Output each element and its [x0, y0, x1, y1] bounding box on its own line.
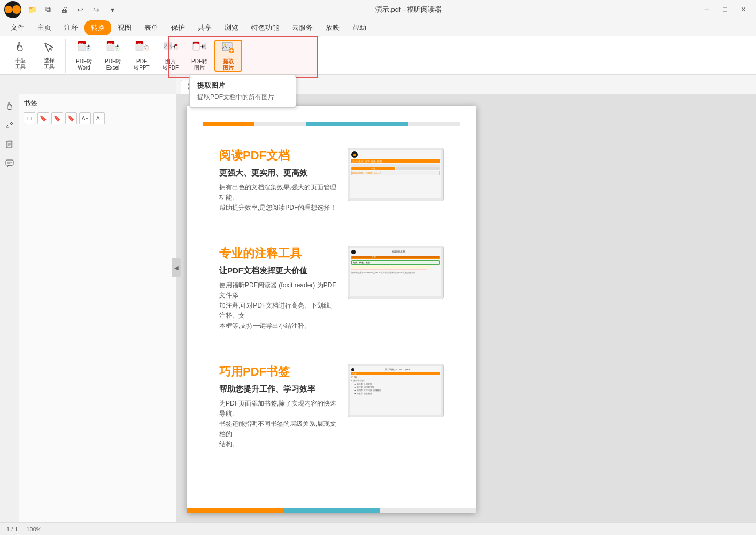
- pdf-to-image-icon: PDF: [192, 40, 207, 57]
- zoom-level: 100%: [26, 526, 41, 532]
- tooltip-popup: 提取图片 提取PDF文档中的所有图片: [189, 75, 296, 108]
- menu-present[interactable]: 放映: [319, 20, 346, 35]
- pdf-to-ppt-icon: PDF P: [134, 40, 149, 57]
- ribbon-group-tools: 手型 工具 选择 工具: [4, 39, 66, 73]
- svg-text:P: P: [145, 47, 147, 50]
- hand-icon: [14, 41, 27, 56]
- svg-text:PDF: PDF: [137, 42, 142, 45]
- maximize-button[interactable]: □: [716, 3, 734, 16]
- bookmark-toolbar: □ 🔖 🔖 🔖 A+ A-: [24, 112, 172, 124]
- menu-annotate[interactable]: 注释: [58, 20, 84, 35]
- bookmark-flag2-button[interactable]: 🔖: [51, 112, 63, 124]
- print-icon[interactable]: 🖨: [58, 3, 71, 16]
- close-button[interactable]: ✕: [735, 3, 752, 16]
- menu-help[interactable]: 帮助: [346, 20, 373, 35]
- customize-icon[interactable]: ▾: [106, 3, 119, 16]
- hand-tool-label: 手型 工具: [15, 57, 26, 70]
- pdf-to-excel-button[interactable]: PDF X PDF转 Excel: [99, 40, 127, 72]
- pdf-page: 文件 主页 注释 转换 视图 主页 Datasheet_Reader_CN...…: [187, 106, 476, 513]
- bookmark-size-up-button[interactable]: A+: [79, 112, 91, 124]
- pages-sidebar-icon[interactable]: [2, 137, 17, 152]
- pdf-to-ppt-label: PDF 转PPT: [134, 58, 149, 71]
- bookmark-flag3-button[interactable]: 🔖: [65, 112, 77, 124]
- menu-protect[interactable]: 保护: [165, 20, 191, 35]
- pdf-to-image-button[interactable]: PDF PDF转 图片: [186, 40, 213, 72]
- pdf-to-excel-label: PDF转 Excel: [105, 58, 121, 71]
- svg-text:W: W: [88, 47, 90, 50]
- page-info: 1 / 1: [6, 526, 18, 532]
- bookmark-flag-button[interactable]: 🔖: [37, 112, 49, 124]
- left-icon-panel: [0, 94, 19, 535]
- folder-icon[interactable]: 📁: [26, 3, 38, 16]
- sidebar-collapse-button[interactable]: ◀: [172, 258, 181, 277]
- svg-text:X: X: [117, 47, 118, 50]
- main-content-area: 文件 主页 注释 转换 视图 主页 Datasheet_Reader_CN...…: [176, 94, 756, 535]
- menu-browse[interactable]: 浏览: [218, 20, 245, 35]
- comment-sidebar-icon[interactable]: [2, 156, 17, 171]
- app-logo: [4, 1, 21, 18]
- pdf-section-annotate: 福昕阅读器 手型 免费、快速、安全 福昕阅读器(foxit reader)为PD…: [219, 246, 444, 332]
- annotate-screenshot: 福昕阅读器 手型 免费、快速、安全 福昕阅读器(foxit reader)为PD…: [348, 246, 444, 299]
- svg-text:PDF: PDF: [194, 42, 198, 44]
- svg-point-23: [204, 45, 205, 47]
- pdf-section-read: 文件 主页 注释 转换 视图 主页 Datasheet_Reader_CN...…: [219, 148, 444, 213]
- hand-sidebar-icon[interactable]: [2, 98, 17, 113]
- menu-share[interactable]: 共享: [191, 20, 218, 35]
- menu-cloud[interactable]: 云服务: [286, 20, 319, 35]
- bookmark-panel-title: 书签: [24, 98, 172, 108]
- read-screenshot: 文件 主页 注释 转换 视图 主页 Datasheet_Reader_CN...…: [348, 148, 444, 201]
- minimize-button[interactable]: ─: [698, 3, 715, 16]
- svg-text:PDF: PDF: [79, 42, 84, 45]
- bookmark-panel: 书签 □ 🔖 🔖 🔖 A+ A-: [19, 94, 176, 535]
- menu-convert[interactable]: 转换: [84, 20, 111, 35]
- image-to-pdf-label: 图片 转PDF: [163, 58, 179, 71]
- ribbon-group-convert: PDF W PDF转 Word PDF X: [68, 39, 244, 73]
- quick-access-toolbar: 📁 ⧉ 🖨 ↩ ↪ ▾: [26, 3, 119, 16]
- hand-tool-button[interactable]: 手型 工具: [6, 40, 34, 72]
- pdf-section-bookmark: 员工手册_20120917.pdf × 书签 🔖 ● 第一章 简介 ● 第二章 …: [219, 364, 444, 450]
- select-tool-button[interactable]: 选择 工具: [35, 40, 63, 72]
- tooltip-description: 提取PDF文档中的所有图片: [197, 93, 288, 102]
- bookmark-add-button[interactable]: □: [24, 112, 35, 124]
- menu-file[interactable]: 文件: [4, 20, 31, 35]
- window-controls: ─ □ ✕: [698, 3, 752, 16]
- image-to-pdf-button[interactable]: 图片 转PDF: [157, 40, 184, 72]
- select-icon: [43, 41, 56, 56]
- window-title: 演示.pdf - 福昕阅读器: [119, 5, 698, 14]
- pdf-to-image-label: PDF转 图片: [191, 58, 207, 71]
- menu-feature[interactable]: 特色功能: [245, 20, 286, 35]
- extract-image-icon: [221, 40, 236, 57]
- svg-rect-29: [6, 160, 13, 165]
- pdf-to-word-label: PDF转 Word: [76, 58, 92, 71]
- undo-icon[interactable]: ↩: [74, 3, 87, 16]
- copy-icon[interactable]: ⧉: [42, 3, 55, 16]
- image-to-pdf-icon: [163, 40, 178, 57]
- pdf-to-excel-icon: PDF X: [105, 40, 120, 57]
- tooltip-title: 提取图片: [197, 81, 288, 90]
- select-tool-label: 选择 工具: [44, 57, 55, 70]
- redo-icon[interactable]: ↪: [90, 3, 103, 16]
- extract-image-label: 提取 图片: [223, 58, 234, 71]
- pdf-color-strip: [203, 122, 460, 126]
- pdf-bottom-strip: [187, 508, 476, 513]
- bookmark-size-down-button[interactable]: A-: [93, 112, 105, 124]
- status-bar: 1 / 1 100%: [0, 522, 756, 535]
- pencil-sidebar-icon[interactable]: [2, 118, 17, 133]
- menu-view[interactable]: 视图: [111, 20, 138, 35]
- extract-image-button[interactable]: 提取 图片: [214, 40, 242, 72]
- menu-bar: 文件 主页 注释 转换 视图 表单 保护 共享 浏览 特色功能 云服务 放映 帮…: [0, 19, 756, 36]
- svg-rect-18: [175, 44, 177, 46]
- title-bar: 📁 ⧉ 🖨 ↩ ↪ ▾ 演示.pdf - 福昕阅读器 ─ □ ✕: [0, 0, 756, 19]
- pdf-to-word-icon: PDF W: [76, 40, 91, 57]
- svg-point-25: [224, 44, 226, 46]
- ribbon: 手型 工具 选择 工具 PDF: [0, 36, 756, 75]
- menu-form[interactable]: 表单: [138, 20, 165, 35]
- pdf-to-word-button[interactable]: PDF W PDF转 Word: [70, 40, 98, 72]
- pdf-to-ppt-button[interactable]: PDF P PDF 转PPT: [128, 40, 156, 72]
- svg-text:PDF: PDF: [108, 42, 113, 45]
- menu-home[interactable]: 主页: [31, 20, 58, 35]
- bookmark-screenshot: 员工手册_20120917.pdf × 书签 🔖 ● 第一章 简介 ● 第二章 …: [348, 364, 444, 417]
